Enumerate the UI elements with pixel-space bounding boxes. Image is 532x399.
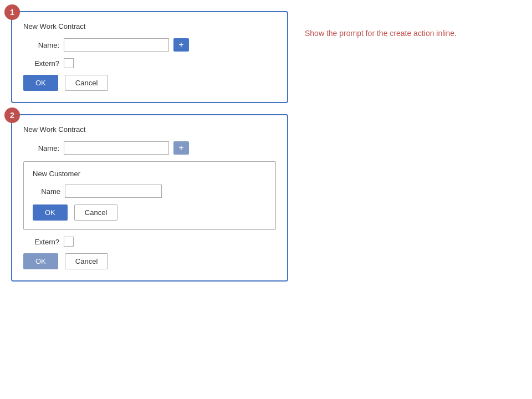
hint-column: Show the prompt for the create action in… xyxy=(305,11,521,282)
inline-prompt: New Customer Name OK Cancel xyxy=(23,161,276,230)
inline-cancel-button[interactable]: Cancel xyxy=(74,204,117,221)
card2-ok-button[interactable]: OK xyxy=(23,253,58,269)
inline-buttons-row: OK Cancel xyxy=(33,204,267,221)
inline-name-row: Name xyxy=(33,185,267,198)
hint-text: Show the prompt for the create action in… xyxy=(305,28,460,39)
card1-name-label: Name: xyxy=(23,41,59,49)
step-card-1: 1 New Work Contract Name: + Extern? OK C… xyxy=(11,11,288,103)
inline-name-input[interactable] xyxy=(65,185,162,198)
card1-title: New Work Contract xyxy=(23,22,276,30)
card2-extern-label: Extern? xyxy=(23,238,59,246)
card1-plus-button[interactable]: + xyxy=(173,38,189,52)
card2-title: New Work Contract xyxy=(23,125,276,134)
card1-extern-row: Extern? xyxy=(23,58,276,68)
inline-prompt-title: New Customer xyxy=(33,170,267,178)
card2-name-label: Name: xyxy=(23,144,59,152)
card1-extern-label: Extern? xyxy=(23,59,59,68)
card1-name-input[interactable] xyxy=(64,38,169,52)
step-badge-1: 1 xyxy=(4,4,20,20)
card2-extern-checkbox[interactable] xyxy=(64,237,74,247)
card1-name-row: Name: + xyxy=(23,38,276,52)
inline-name-label: Name xyxy=(33,187,60,196)
step-card-2: 2 New Work Contract Name: + New Customer… xyxy=(11,114,288,282)
card1-buttons-row: OK Cancel xyxy=(23,75,276,91)
card1-cancel-button[interactable]: Cancel xyxy=(65,75,108,91)
step-badge-2: 2 xyxy=(4,108,20,123)
card2-plus-button[interactable]: + xyxy=(173,141,189,155)
card2-extern-row: Extern? xyxy=(23,237,276,247)
card2-name-row: Name: + xyxy=(23,141,276,155)
card2-name-input[interactable] xyxy=(64,141,169,155)
card1-extern-checkbox[interactable] xyxy=(64,58,74,68)
card2-cancel-button[interactable]: Cancel xyxy=(65,253,108,269)
inline-ok-button[interactable]: OK xyxy=(33,204,68,221)
card2-buttons-row: OK Cancel xyxy=(23,253,276,269)
card1-ok-button[interactable]: OK xyxy=(23,75,58,91)
